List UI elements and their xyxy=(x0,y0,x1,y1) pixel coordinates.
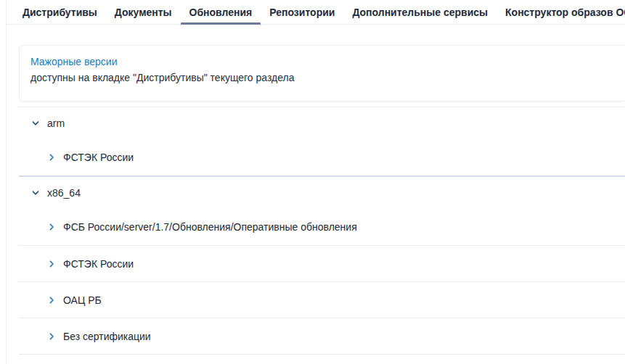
tab-documents[interactable]: Документы xyxy=(106,0,181,24)
tree-group-header-arm[interactable]: arm xyxy=(19,107,625,139)
major-versions-link[interactable]: Мажорные версии xyxy=(30,56,118,67)
section-tabs: Дистрибутивы Документы Обновления Репози… xyxy=(7,0,625,25)
tree-item-fsb-server-updates[interactable]: ФСБ России/server/1.7/Обновления/Операти… xyxy=(19,209,625,245)
tree-group-label: x86_64 xyxy=(47,187,81,199)
tab-additional-services[interactable]: Дополнительные сервисы xyxy=(343,0,497,24)
major-versions-card: Мажорные версии доступны на вкладке "Дис… xyxy=(19,45,625,102)
tree-item-label: ФСБ России/server/1.7/Обновления/Операти… xyxy=(63,221,357,233)
tree-item-no-certification[interactable]: Без сертификации xyxy=(19,318,625,354)
chevron-down-icon xyxy=(31,119,40,128)
updates-tree: arm ФСТЭК России x86_64 xyxy=(19,107,625,355)
tab-repositories[interactable]: Репозитории xyxy=(261,0,343,24)
chevron-right-icon xyxy=(47,260,56,268)
tree-group-arm: arm ФСТЭК России xyxy=(19,107,625,175)
tree-item-oac-rb[interactable]: ОАЦ РБ xyxy=(19,281,625,318)
tree-item-label: Без сертификации xyxy=(63,331,151,342)
tree-item-x86-fstec[interactable]: ФСТЭК России xyxy=(19,245,625,281)
chevron-right-icon xyxy=(47,153,56,162)
tree-group-header-x86-64[interactable]: x86_64 xyxy=(19,177,625,209)
chevron-right-icon xyxy=(47,223,56,231)
chevron-down-icon xyxy=(31,189,40,197)
tab-os-image-builder[interactable]: Конструктор образов ОС xyxy=(497,0,625,24)
chevron-right-icon xyxy=(47,332,56,341)
tree-item-label: ФСТЭК России xyxy=(63,152,134,163)
chevron-right-icon xyxy=(47,296,56,305)
major-versions-description: доступны на вкладке "Дистрибутивы" текущ… xyxy=(30,72,614,83)
tree-group-x86-64: x86_64 ФСБ России/server/1.7/Обновления/… xyxy=(19,175,625,355)
tree-item-arm-fstec[interactable]: ФСТЭК России xyxy=(19,139,625,175)
tree-item-label: ФСТЭК России xyxy=(63,258,134,270)
tab-updates[interactable]: Обновления xyxy=(181,0,261,24)
updates-page: Дистрибутивы Документы Обновления Репози… xyxy=(6,0,625,364)
tab-content: Мажорные версии доступны на вкладке "Дис… xyxy=(7,45,625,355)
tree-group-label: arm xyxy=(47,117,65,129)
tree-item-label: ОАЦ РБ xyxy=(63,294,102,306)
tab-distributions[interactable]: Дистрибутивы xyxy=(14,0,106,24)
